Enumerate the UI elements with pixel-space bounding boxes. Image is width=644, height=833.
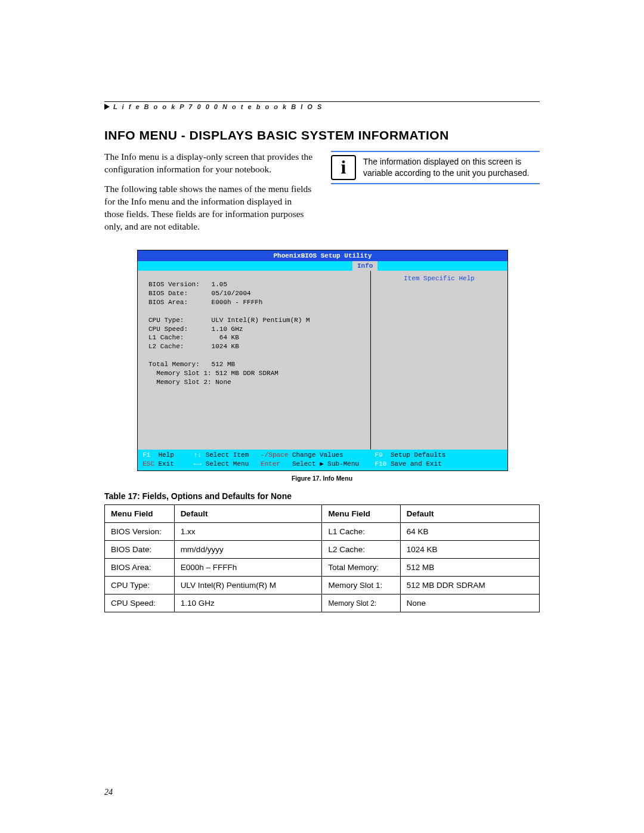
cell: 1.10 GHz bbox=[174, 594, 322, 612]
left-column: The Info menu is a display-only screen t… bbox=[104, 151, 313, 233]
defaults-table: Menu Field Default Menu Field Default BI… bbox=[104, 504, 540, 612]
key-f1: F1 bbox=[143, 451, 150, 459]
cell: 1.xx bbox=[174, 523, 322, 541]
footer-change-values: Change Values bbox=[292, 451, 343, 459]
cell: L1 Cache: bbox=[322, 523, 400, 541]
table-row: BIOS Date: mm/dd/yyyy L2 Cache: 1024 KB bbox=[105, 541, 540, 559]
bios-left-pane: BIOS Version: 1.05 BIOS Date: 05/10/2004… bbox=[138, 271, 371, 450]
key-f9: F9 bbox=[375, 451, 383, 459]
cell: BIOS Area: bbox=[105, 559, 175, 577]
arrow-icon bbox=[104, 104, 110, 110]
table-row: CPU Speed: 1.10 GHz Memory Slot 2: None bbox=[105, 594, 540, 612]
footer-save-exit: Save and Exit bbox=[391, 460, 442, 467]
cell: mm/dd/yyyy bbox=[174, 541, 322, 559]
intro-para-2: The following table shows the names of t… bbox=[104, 183, 313, 233]
bios-window: PhoenixBIOS Setup Utility Info BIOS Vers… bbox=[137, 250, 508, 472]
cell: Memory Slot 2: bbox=[322, 594, 400, 612]
footer-exit: Exit bbox=[158, 460, 174, 467]
table-title: Table 17: Fields, Options and Defaults f… bbox=[104, 491, 540, 501]
cell: 1024 KB bbox=[400, 541, 539, 559]
key-space: -/Space bbox=[261, 451, 288, 459]
bios-line: CPU Type: ULV Intel(R) Pentium(R) M bbox=[148, 317, 310, 324]
key-esc: ESC bbox=[143, 460, 154, 467]
bios-help-header: Item Specific Help bbox=[376, 274, 503, 283]
bios-body: BIOS Version: 1.05 BIOS Date: 05/10/2004… bbox=[138, 271, 507, 450]
bios-tab-info: Info bbox=[352, 261, 377, 271]
note-box: i The information displayed on this scre… bbox=[331, 151, 540, 184]
bios-line: Total Memory: 512 MB bbox=[148, 361, 235, 368]
cell: E000h – FFFFh bbox=[174, 559, 322, 577]
cell: ULV Intel(R) Pentium(R) M bbox=[174, 577, 322, 594]
th-menu-field-2: Menu Field bbox=[322, 505, 400, 523]
running-header: L i f e B o o k P 7 0 0 0 N o t e b o o … bbox=[104, 103, 540, 110]
figure-caption: Figure 17. Info Menu bbox=[137, 475, 507, 482]
table-row: BIOS Version: 1.xx L1 Cache: 64 KB bbox=[105, 523, 540, 541]
page-number: 24 bbox=[104, 788, 113, 797]
bios-line: Memory Slot 2: None bbox=[148, 379, 231, 386]
cell: BIOS Date: bbox=[105, 541, 175, 559]
page: L i f e B o o k P 7 0 0 0 N o t e b o o … bbox=[0, 0, 644, 833]
bios-screenshot: PhoenixBIOS Setup Utility Info BIOS Vers… bbox=[137, 250, 507, 482]
intro-columns: The Info menu is a display-only screen t… bbox=[104, 151, 540, 233]
footer-setup-defaults: Setup Defaults bbox=[391, 451, 445, 459]
note-text: The information displayed on this screen… bbox=[363, 156, 540, 179]
bios-line: Memory Slot 1: 512 MB DDR SDRAM bbox=[148, 370, 278, 377]
table-row: CPU Type: ULV Intel(R) Pentium(R) M Memo… bbox=[105, 577, 540, 594]
th-default-1: Default bbox=[174, 505, 322, 523]
key-updown: ↑↓ bbox=[194, 451, 202, 459]
cell: CPU Speed: bbox=[105, 594, 175, 612]
running-header-text: L i f e B o o k P 7 0 0 0 N o t e b o o … bbox=[113, 103, 323, 110]
cell: 512 MB bbox=[400, 559, 539, 577]
cell: CPU Type: bbox=[105, 577, 175, 594]
bios-line: BIOS Date: 05/10/2004 bbox=[148, 290, 251, 297]
page-title: INFO MENU - DISPLAYS BASIC SYSTEM INFORM… bbox=[104, 128, 540, 143]
cell: Memory Slot 1: bbox=[322, 577, 400, 594]
bios-help-pane: Item Specific Help bbox=[371, 271, 507, 450]
header-rule bbox=[104, 101, 540, 102]
footer-help: Help bbox=[158, 451, 174, 459]
footer-select-submenu: Select ▶ Sub-Menu bbox=[292, 460, 359, 467]
footer-select-item: Select Item bbox=[206, 451, 249, 459]
th-menu-field-1: Menu Field bbox=[105, 505, 175, 523]
footer-select-menu: Select Menu bbox=[206, 460, 249, 467]
th-default-2: Default bbox=[400, 505, 539, 523]
key-leftright: ←→ bbox=[194, 460, 202, 467]
bios-line: BIOS Area: E000h - FFFFh bbox=[148, 299, 262, 306]
table-row: BIOS Area: E000h – FFFFh Total Memory: 5… bbox=[105, 559, 540, 577]
table-header-row: Menu Field Default Menu Field Default bbox=[105, 505, 540, 523]
right-column: i The information displayed on this scre… bbox=[331, 151, 540, 233]
bios-titlebar: PhoenixBIOS Setup Utility bbox=[138, 250, 507, 262]
bios-line: CPU Speed: 1.10 GHz bbox=[148, 326, 243, 333]
cell: 512 MB DDR SDRAM bbox=[400, 577, 539, 594]
bios-line: L1 Cache: 64 KB bbox=[148, 334, 239, 341]
cell: BIOS Version: bbox=[105, 523, 175, 541]
info-icon: i bbox=[331, 155, 356, 180]
bios-footer: F1 Help ↑↓ Select Item -/Space Change Va… bbox=[138, 450, 507, 470]
cell: L2 Cache: bbox=[322, 541, 400, 559]
cell: 64 KB bbox=[400, 523, 539, 541]
key-enter: Enter bbox=[261, 460, 280, 467]
bios-line: BIOS Version: 1.05 bbox=[148, 281, 227, 288]
cell: None bbox=[400, 594, 539, 612]
cell: Total Memory: bbox=[322, 559, 400, 577]
key-f10: F10 bbox=[375, 460, 387, 467]
intro-para-1: The Info menu is a display-only screen t… bbox=[104, 151, 313, 176]
bios-line: L2 Cache: 1024 KB bbox=[148, 343, 239, 350]
bios-tabrow: Info bbox=[138, 261, 507, 271]
